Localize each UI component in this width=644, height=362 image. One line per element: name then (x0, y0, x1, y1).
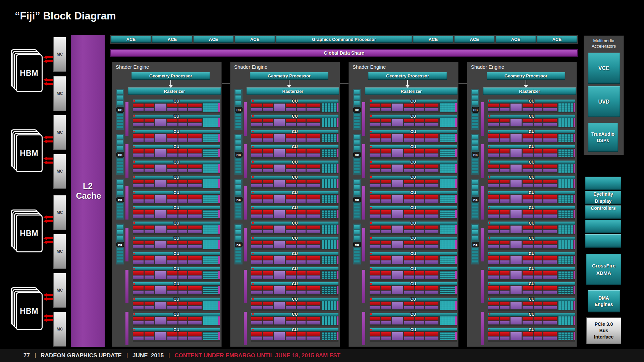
rb-cell (354, 225, 360, 229)
cu-scheduler-block (155, 271, 166, 279)
cu-simd-red-bar (251, 241, 262, 244)
cu-register-purple-bar (297, 108, 306, 111)
trueaudio-dsps-block: TrueAudio DSPs (588, 123, 618, 152)
cu-register-purple-bar (263, 199, 273, 203)
rb-stripe (472, 120, 478, 122)
hbm-mc-link-arrow-icon (43, 161, 53, 164)
rb-cell (354, 101, 360, 105)
cu-register-purple-bar (286, 184, 296, 187)
cu-simd-red-bar (145, 104, 154, 107)
cu-register-purple-bar (167, 306, 177, 309)
mc-label: MC (57, 327, 63, 331)
cu-simd-red-bar (133, 241, 144, 244)
cu-lds-bar (455, 179, 457, 188)
cu-simd-red-bar (381, 195, 391, 199)
cu-register-purple-bar (251, 276, 262, 279)
cu-simd-red-bar (523, 180, 533, 183)
cu-register-purple-bar (307, 337, 320, 340)
footer-separator: | (126, 352, 128, 359)
export-bus-bar (244, 228, 247, 261)
cu-register-purple-bar (263, 215, 273, 218)
rb-stripe (117, 203, 123, 205)
cu-simd-red-bar (381, 256, 391, 260)
cu-register-purple-bar (534, 321, 542, 324)
cu-simd-red-bar (297, 271, 306, 275)
cu-lds-bar (574, 286, 575, 294)
cu-simd-red-bar (534, 256, 542, 260)
cu-register-purple-bar (425, 215, 438, 218)
cu-register-purple-bar (167, 199, 177, 203)
cu-scheduler-block (392, 165, 403, 172)
cu-simd-red-bar (133, 165, 144, 168)
cu-texture-grid (558, 149, 573, 157)
cu-simd-red-bar (297, 195, 306, 199)
mc-label: MC (57, 169, 63, 174)
cu-register-purple-bar (286, 291, 296, 294)
cu-label: CU (251, 251, 338, 256)
rb-cell (354, 230, 360, 234)
cu-simd-red-bar (500, 195, 509, 199)
rb-stripe (117, 213, 123, 215)
cu-texture-grid (203, 271, 218, 279)
cu-simd-red-bar (404, 286, 414, 290)
cu-simd-red-bar (178, 165, 187, 168)
cu-register-purple-bar (297, 154, 306, 157)
cu-simd-red-bar (188, 332, 202, 336)
cu-simd-red-bar (133, 302, 144, 305)
cu-simd-red-bar (381, 332, 391, 336)
rb-badge: RB (116, 107, 124, 113)
cu-label: CU (133, 190, 220, 195)
vce-label: VCE (598, 65, 609, 71)
shader-engine-label: Shader Engine (471, 64, 504, 70)
cu-label: CU (488, 205, 575, 210)
cu-simd-red-bar (188, 134, 202, 138)
cu-simd-red-bar (370, 210, 380, 214)
cu-register-purple-bar (534, 199, 542, 203)
cu-lds-bar (574, 240, 575, 249)
multimedia-accelerators-panel: Multimedia Accelerators VCE UVD TrueAudi… (584, 36, 624, 155)
cu-simd-red-bar (543, 165, 557, 168)
cu-scheduler-block (155, 226, 166, 233)
cu-register-purple-bar (286, 138, 296, 142)
cu-texture-grid (440, 103, 455, 112)
cu-register-purple-bar (133, 337, 144, 340)
cu-row: CU (488, 206, 575, 220)
export-bus-bar (481, 270, 484, 303)
footer-date: JUNE 2015 (132, 352, 164, 359)
cu-simd-red-bar (534, 226, 542, 229)
cu-simd-red-bar (307, 165, 320, 168)
cu-lds-bar (337, 118, 338, 127)
cu-register-purple-bar (415, 321, 424, 324)
cu-simd-red-bar (381, 302, 391, 305)
cu-simd-red-bar (145, 317, 154, 320)
cu-row: CU (251, 161, 338, 174)
cu-simd-red-bar (381, 317, 391, 320)
cu-texture-grid (322, 240, 336, 249)
cu-simd-red-bar (167, 302, 177, 305)
rb-stripe (235, 159, 241, 161)
ace-block: ACE (235, 36, 275, 43)
rb-stripe (472, 213, 478, 215)
cu-simd-red-bar (425, 180, 438, 183)
cu-texture-grid (322, 271, 336, 279)
cu-simd-red-bar (425, 317, 438, 320)
global-data-share-label: Global Data Share (324, 50, 364, 56)
cu-row: CU (370, 176, 457, 189)
rb-badge: RB (235, 197, 243, 202)
cu-register-purple-bar (381, 184, 391, 187)
rb-unit: RB (234, 179, 243, 220)
rb-cell (472, 185, 478, 189)
cu-register-purple-bar (425, 276, 438, 279)
rb-badge: RB (116, 152, 124, 158)
cu-register-purple-bar (543, 321, 557, 324)
cu-scheduler-block (392, 332, 403, 340)
cu-register-purple-bar (145, 306, 154, 309)
cu-simd-red-bar (178, 332, 187, 336)
cu-register-purple-bar (404, 123, 414, 126)
export-bus-bar (244, 270, 247, 303)
rb-cell (354, 135, 360, 139)
cu-row: CU (488, 176, 575, 189)
cu-simd-red-bar (133, 286, 144, 290)
rb-stripe (235, 117, 241, 119)
rb-unit: RB (234, 134, 243, 175)
